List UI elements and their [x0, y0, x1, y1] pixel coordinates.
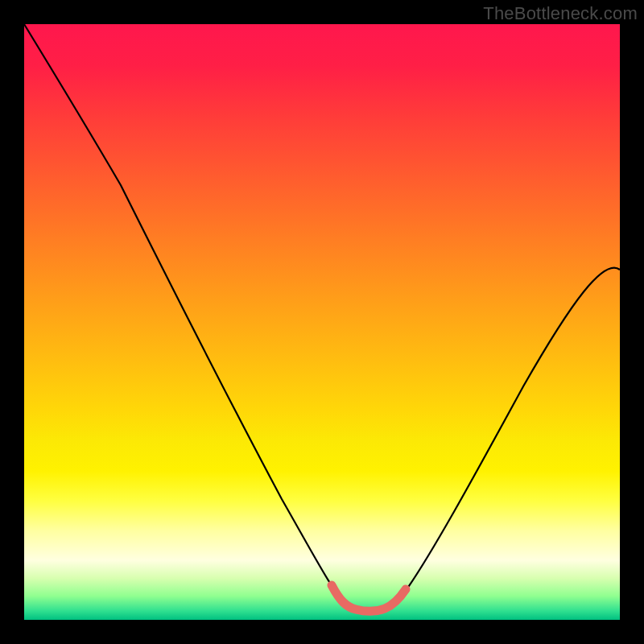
- curve-svg: [24, 24, 620, 620]
- attribution-label: TheBottleneck.com: [483, 3, 638, 24]
- plot-area: [24, 24, 620, 620]
- chart-frame: TheBottleneck.com: [0, 0, 644, 644]
- bottleneck-curve-path: [24, 24, 620, 612]
- optimal-range-highlight: [332, 585, 406, 611]
